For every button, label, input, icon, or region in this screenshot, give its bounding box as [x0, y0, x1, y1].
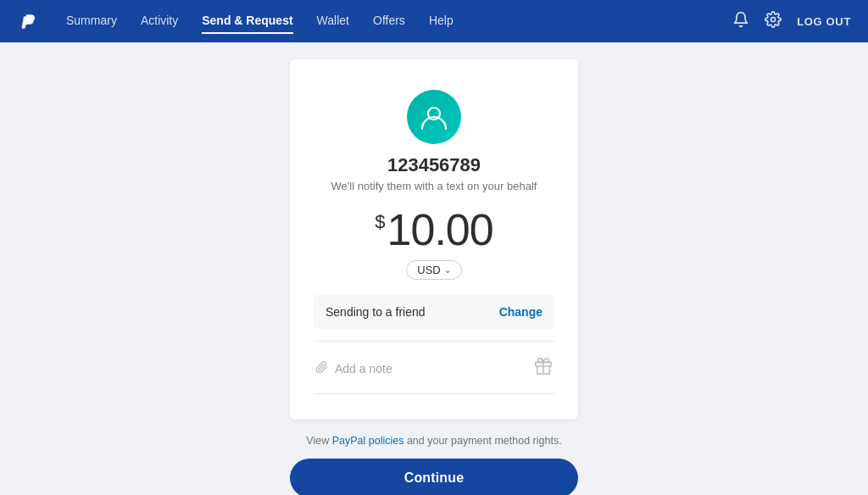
- svg-point-0: [771, 17, 776, 21]
- nav-send-request[interactable]: Send & Request: [202, 14, 292, 29]
- sending-type-row: Sending to a friend Change: [314, 295, 554, 329]
- recipient-name: 123456789: [387, 154, 481, 176]
- paypal-logo: [17, 8, 41, 35]
- continue-button[interactable]: Continue: [290, 459, 578, 495]
- logout-button[interactable]: LOG OUT: [797, 15, 851, 28]
- policy-link[interactable]: PayPal policies: [332, 435, 404, 447]
- amount-value: 10.00: [387, 208, 493, 252]
- currency-selector[interactable]: USD ⌄: [406, 260, 461, 280]
- divider-2: [314, 393, 554, 394]
- footer-section: View PayPal policies and your payment me…: [290, 435, 578, 495]
- nav-summary[interactable]: Summary: [66, 14, 117, 29]
- nav-wallet[interactable]: Wallet: [317, 14, 349, 29]
- change-button[interactable]: Change: [499, 305, 542, 319]
- recipient-notify-text: We'll notify them with a text on your be…: [331, 180, 537, 192]
- gift-icon[interactable]: [534, 357, 553, 380]
- amount-display: $ 10.00: [375, 208, 492, 252]
- note-placeholder: Add a note: [335, 362, 392, 375]
- amount-section: $ 10.00 USD ⌄: [314, 208, 554, 280]
- policy-text: View PayPal policies and your payment me…: [306, 435, 561, 447]
- notification-icon[interactable]: [732, 11, 749, 32]
- header: Summary Activity Send & Request Wallet O…: [0, 0, 868, 42]
- nav-offers[interactable]: Offers: [373, 14, 405, 29]
- recipient-section: 123456789 We'll notify them with a text …: [314, 90, 554, 192]
- settings-icon[interactable]: [765, 11, 782, 32]
- nav-help[interactable]: Help: [429, 14, 453, 29]
- sending-label: Sending to a friend: [326, 305, 426, 319]
- main-nav: Summary Activity Send & Request Wallet O…: [66, 14, 732, 29]
- nav-activity[interactable]: Activity: [141, 14, 178, 29]
- currency-label: USD: [417, 264, 440, 276]
- main-content: 123456789 We'll notify them with a text …: [0, 42, 868, 495]
- avatar: [407, 90, 461, 144]
- chevron-down-icon: ⌄: [444, 265, 451, 275]
- note-input-area[interactable]: Add a note: [315, 361, 392, 376]
- divider-1: [314, 341, 554, 342]
- currency-symbol: $: [375, 213, 385, 231]
- note-row: Add a note: [314, 353, 554, 383]
- header-actions: LOG OUT: [732, 11, 851, 32]
- payment-card: 123456789 We'll notify them with a text …: [290, 59, 578, 420]
- attachment-icon: [315, 361, 328, 376]
